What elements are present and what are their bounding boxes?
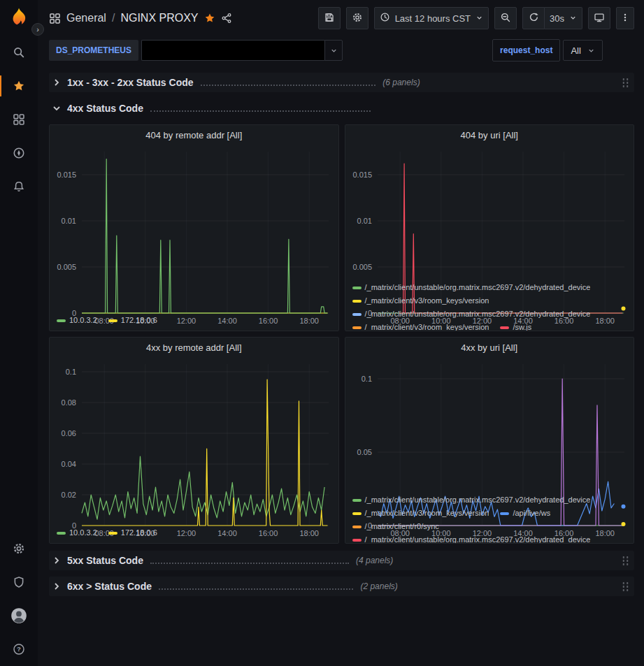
- svg-text:0.02: 0.02: [62, 491, 76, 499]
- variable-value-redacted[interactable]: [141, 40, 324, 61]
- legend-label: /_matrix/client/unstable/org.matrix.msc2…: [365, 493, 591, 507]
- sidebar-item-configuration[interactable]: [0, 532, 38, 565]
- svg-text:0.05: 0.05: [357, 448, 371, 456]
- legend-item[interactable]: 10.0.3.2: [57, 526, 97, 540]
- legend-label: /_matrix/client/unstable/org.matrix.msc2…: [365, 307, 591, 321]
- save-dashboard-button[interactable]: [318, 7, 341, 29]
- legend-item[interactable]: /_matrix/client/unstable/org.matrix.msc2…: [352, 281, 591, 294]
- legend-item[interactable]: /api/live/ws: [500, 507, 550, 520]
- legend-swatch: [352, 326, 362, 329]
- panel-title[interactable]: 404 by uri [All]: [345, 125, 634, 145]
- dashboard-settings-button[interactable]: [346, 7, 368, 29]
- legend-swatch: [352, 526, 362, 528]
- row-6xx-status-code[interactable]: 6xx > Status Code (2 panels): [49, 577, 634, 596]
- time-series-chart[interactable]: 08:0010:0012:0014:0016:0018:0000.050.1: [345, 357, 634, 493]
- sidebar-item-help[interactable]: ?: [0, 632, 38, 666]
- legend-item[interactable]: 172.18.0.6: [108, 526, 157, 540]
- svg-text:0.015: 0.015: [57, 171, 76, 179]
- chart-canvas: 08:0010:0012:0014:0016:0018:0000.0050.01…: [50, 145, 338, 327]
- legend-item[interactable]: /_matrix/client/unstable/org.matrix.msc2…: [352, 493, 591, 507]
- legend-swatch: [108, 319, 117, 322]
- row-dotted-leader: [201, 79, 376, 86]
- dashboards-icon: [13, 113, 25, 126]
- row-panel-count: (6 panels): [382, 78, 420, 87]
- sidebar-item-starred[interactable]: [0, 69, 38, 103]
- variable-dropdown-ds-prometheus[interactable]: [141, 40, 343, 61]
- legend-item[interactable]: /_matrix/client/unstable/org.matrix.msc2…: [352, 307, 591, 321]
- zoom-out-button[interactable]: [494, 7, 517, 29]
- chart-legend: 10.0.3.2172.18.0.6: [50, 526, 338, 543]
- avatar: [10, 607, 27, 624]
- row-5xx-status-code[interactable]: 5xx Status Code (4 panels): [49, 551, 634, 570]
- dashboard-title[interactable]: NGINX PROXY: [120, 12, 198, 24]
- variable-label-ds-prometheus: DS_PROMETHEUS: [49, 40, 138, 61]
- row-title: 4xx Status Code: [67, 103, 143, 114]
- kebab-menu-button[interactable]: [616, 7, 634, 29]
- legend-swatch: [352, 512, 362, 515]
- legend-label: /api/live/ws: [513, 507, 550, 520]
- legend-label: /_matrix/client/v3/room_keys/version: [365, 294, 489, 307]
- legend-label: 10.0.3.2: [69, 314, 97, 327]
- row-dotted-leader: [150, 557, 349, 564]
- row-title: 5xx Status Code: [67, 555, 143, 566]
- row-4xx-status-code[interactable]: 4xx Status Code: [49, 99, 634, 118]
- top-navbar: General / NGINX PROXY: [38, 0, 644, 36]
- row-dotted-leader: [150, 105, 371, 112]
- refresh-interval-dropdown[interactable]: 30s: [545, 7, 582, 29]
- legend-item[interactable]: /sw.js: [500, 321, 531, 331]
- row-drag-handle[interactable]: [622, 581, 629, 592]
- zoom-out-icon: [500, 12, 511, 25]
- time-series-chart[interactable]: 08:0010:0012:0014:0016:0018:0000.020.040…: [50, 357, 338, 526]
- sidebar-item-search[interactable]: [0, 36, 38, 69]
- legend-item[interactable]: /_matrix/client/v3/room_keys/version: [352, 294, 489, 307]
- legend-label: /sw.js: [513, 321, 531, 331]
- sidebar-item-alerting[interactable]: [0, 170, 38, 203]
- legend-item[interactable]: /_matrix/client/v3/room_keys/version: [352, 321, 489, 331]
- row-1xx-3xx-2xx-status-code[interactable]: 1xx - 3xx - 2xx Status Code (6 panels): [49, 73, 634, 92]
- panel-title[interactable]: 4xx by uri [All]: [345, 338, 634, 357]
- legend-item[interactable]: /_matrix/client/r0/sync: [352, 520, 439, 533]
- legend-item[interactable]: 172.18.0.6: [108, 314, 157, 327]
- settings-icon: [352, 12, 363, 25]
- caret-down-icon: [324, 40, 343, 61]
- row-drag-handle[interactable]: [622, 78, 629, 88]
- svg-text:0.1: 0.1: [66, 368, 76, 376]
- navbar-actions: Last 12 hours CST 30s: [318, 7, 634, 29]
- variable-label-request-host: request_host: [492, 39, 560, 61]
- row-title: 1xx - 3xx - 2xx Status Code: [67, 77, 194, 88]
- sidebar-item-explore[interactable]: [0, 136, 38, 170]
- chart-legend: /_matrix/client/unstable/org.matrix.msc2…: [345, 493, 634, 543]
- chart-legend: 10.0.3.2172.18.0.6: [50, 314, 338, 331]
- row-drag-handle[interactable]: [622, 556, 629, 566]
- legend-swatch: [352, 300, 362, 303]
- time-series-chart[interactable]: 08:0010:0012:0014:0016:0018:0000.0050.01…: [50, 145, 338, 314]
- legend-label: 172.18.0.6: [121, 526, 157, 540]
- legend-item[interactable]: 10.0.3.2: [57, 314, 97, 327]
- row-panel-count: (2 panels): [360, 581, 397, 591]
- sidebar-item-profile[interactable]: [0, 599, 38, 632]
- share-icon[interactable]: [221, 13, 232, 24]
- panel-title[interactable]: 404 by remote addr [All]: [50, 125, 338, 145]
- legend-swatch: [352, 539, 362, 542]
- chart-legend: /_matrix/client/unstable/org.matrix.msc2…: [345, 281, 634, 331]
- svg-text:0.1: 0.1: [361, 375, 371, 383]
- legend-item[interactable]: /_matrix/client/unstable/org.matrix.msc2…: [352, 533, 591, 543]
- variable-dropdown-request-host[interactable]: All: [563, 40, 602, 61]
- refresh-button[interactable]: [522, 7, 545, 29]
- sidebar-item-server-admin[interactable]: [0, 565, 38, 599]
- breadcrumb-section[interactable]: General: [66, 12, 106, 24]
- time-picker[interactable]: Last 12 hours CST: [374, 7, 489, 29]
- breadcrumb: General / NGINX PROXY: [49, 12, 232, 24]
- svg-text:0.08: 0.08: [62, 398, 76, 407]
- panel-title[interactable]: 4xx by remote addr [All]: [50, 338, 338, 357]
- svg-text:0.01: 0.01: [62, 217, 76, 225]
- sidebar-expand-button[interactable]: ›: [31, 23, 44, 36]
- row-chevron-right-icon: [52, 581, 62, 591]
- sidebar-item-dashboards[interactable]: [0, 103, 38, 136]
- grafana-logo[interactable]: [7, 6, 31, 30]
- time-series-chart[interactable]: 08:0010:0012:0014:0016:0018:0000.0050.01…: [345, 145, 634, 281]
- tv-mode-button[interactable]: [588, 7, 610, 29]
- favorite-star-icon[interactable]: [204, 13, 215, 24]
- legend-item[interactable]: /_matrix/client/v3/room_keys/version: [352, 507, 489, 520]
- breadcrumb-grid-icon: [49, 13, 61, 24]
